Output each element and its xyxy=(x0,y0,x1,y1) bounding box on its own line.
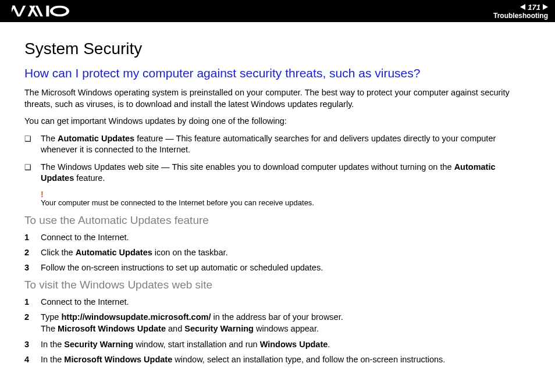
bullet-item: ❑The Automatic Updates feature — This fe… xyxy=(24,133,531,156)
step-number: 1 xyxy=(24,231,41,243)
step-number: 4 xyxy=(24,354,41,365)
bullet-marker-icon: ❑ xyxy=(24,133,41,144)
step-item: 3Follow the on-screen instructions to se… xyxy=(24,262,531,273)
step-number: 3 xyxy=(24,338,41,350)
warning-icon: ! xyxy=(41,190,531,198)
step-text: Connect to the Internet. xyxy=(41,296,531,308)
page-nav: 171 xyxy=(520,3,548,11)
note-block: ! Your computer must be connected to the… xyxy=(41,190,531,208)
step-item: 1Connect to the Internet. xyxy=(24,231,531,243)
step-text: Type http://windowsupdate.microsoft.com/… xyxy=(41,311,531,335)
page-title: System Security xyxy=(24,40,531,58)
header-right: 171 Troubleshooting xyxy=(493,3,548,19)
step-item: 4In the Microsoft Windows Update window,… xyxy=(24,354,531,365)
step-number: 1 xyxy=(24,296,41,308)
page-number: 171 xyxy=(526,3,542,11)
vaio-logo xyxy=(12,0,76,22)
prev-page-arrow-icon[interactable] xyxy=(520,4,525,10)
step-text: In the Security Warning window, start in… xyxy=(41,338,531,350)
bullet-text: The Windows Updates web site — This site… xyxy=(41,162,531,184)
step-number: 2 xyxy=(24,311,41,323)
content-area: System Security How can I protect my com… xyxy=(0,22,555,380)
step-item: 2Type http://windowsupdate.microsoft.com… xyxy=(24,311,531,335)
intro-paragraph-1: The Microsoft Windows operating system i… xyxy=(24,87,531,110)
step-number: 3 xyxy=(24,262,41,273)
step-number: 2 xyxy=(24,247,41,258)
bullet-item: ❑The Windows Updates web site — This sit… xyxy=(24,162,531,184)
bullet-list: ❑The Automatic Updates feature — This fe… xyxy=(24,133,531,184)
step-text: Follow the on-screen instructions to set… xyxy=(41,262,531,273)
subheading-windows-updates-site: To visit the Windows Updates web site xyxy=(24,279,531,291)
steps-windows-updates-site: 1Connect to the Internet.2Type http://wi… xyxy=(24,296,531,365)
subheading-automatic-updates: To use the Automatic Updates feature xyxy=(24,214,531,227)
note-text: Your computer must be connected to the I… xyxy=(41,198,531,208)
intro-paragraph-2: You can get important Windows updates by… xyxy=(24,116,531,127)
svg-rect-3 xyxy=(46,6,49,17)
svg-marker-0 xyxy=(12,6,26,17)
step-text: In the Microsoft Windows Update window, … xyxy=(41,354,531,365)
next-page-arrow-icon[interactable] xyxy=(543,4,548,10)
bullet-text: The Automatic Updates feature — This fea… xyxy=(41,133,531,156)
question-heading: How can I protect my computer against se… xyxy=(24,66,531,80)
header-bar: 171 Troubleshooting xyxy=(0,0,555,22)
step-text: Connect to the Internet. xyxy=(41,231,531,243)
steps-automatic-updates: 1Connect to the Internet.2Click the Auto… xyxy=(24,231,531,274)
step-item: 3In the Security Warning window, start i… xyxy=(24,338,531,350)
section-label: Troubleshooting xyxy=(493,12,548,19)
step-text: Click the Automatic Updates icon on the … xyxy=(41,247,531,258)
step-item: 2Click the Automatic Updates icon on the… xyxy=(24,247,531,258)
bullet-marker-icon: ❑ xyxy=(24,162,41,173)
step-item: 1Connect to the Internet. xyxy=(24,296,531,308)
